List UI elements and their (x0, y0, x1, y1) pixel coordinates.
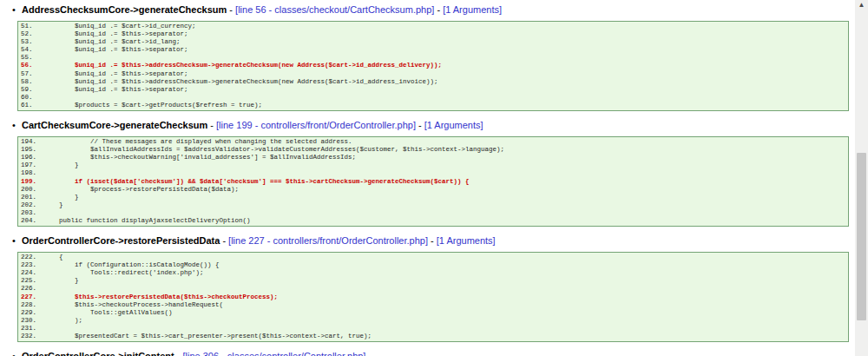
method-name: OrderControllerCore->initContent (22, 351, 174, 356)
code-text: public function displayAjaxselectDeliver… (43, 217, 251, 225)
trace-entry-header: •CartChecksumCore->generateChecksum - [l… (12, 120, 868, 131)
code-text: } (43, 277, 79, 285)
arguments-link[interactable]: [1 Arguments] (437, 235, 496, 246)
trace-entry-header: •AddressChecksumCore->generateChecksum -… (12, 4, 868, 16)
code-line: 200. $process->restorePersistedData($dat… (21, 186, 845, 194)
line-number: 222. (21, 254, 43, 261)
highlighted-code-line: 227. $this->restorePersistedData($this->… (21, 293, 845, 301)
code-text: $presentedCart = $this->cart_presenter->… (43, 333, 372, 340)
line-number: 227. (21, 293, 43, 301)
bullet-icon: • (12, 120, 22, 131)
file-line-link[interactable]: [line 306 - classes/controller/Controlle… (182, 351, 365, 356)
arguments-link[interactable]: [1 Arguments] (424, 120, 483, 130)
code-excerpt-box: 51. $uniq_id .= $cart->id_currency;52. $… (17, 21, 849, 111)
code-line: 58. $uniq_id .= $this->addressChecksum->… (21, 78, 845, 86)
line-number: 201. (21, 194, 43, 201)
line-number: 224. (21, 269, 43, 277)
code-line: 197. } (21, 162, 845, 169)
code-line: 203. (21, 209, 845, 217)
line-number: 59. (21, 86, 43, 94)
separator-dash: - (434, 4, 443, 15)
trace-entry: •CartChecksumCore->generateChecksum - [l… (12, 120, 868, 227)
bullet-icon: • (12, 351, 22, 356)
code-text: $uniq_id .= $this->separator; (43, 46, 188, 54)
code-text: if (isset($data['checksum']) && $data['c… (43, 178, 470, 186)
line-number: 229. (21, 309, 43, 317)
line-number: 195. (21, 146, 43, 154)
code-text: // These messages are displayed when cha… (43, 138, 352, 146)
code-text: $this->checkoutWarning['invalid_addresse… (43, 154, 356, 162)
line-number: 230. (21, 317, 43, 325)
line-number: 60. (21, 94, 43, 102)
line-number: 51. (21, 23, 43, 30)
code-text: $uniq_id .= $this->separator; (43, 70, 188, 78)
code-excerpt-box: 194. // These messages are displayed whe… (17, 136, 849, 227)
trace-list: •AddressChecksumCore->generateChecksum -… (0, 0, 868, 356)
code-line: 232. $presentedCart = $this->cart_presen… (21, 333, 845, 340)
highlighted-code-line: 199. if (isset($data['checksum']) && $da… (21, 178, 845, 186)
line-number: 196. (21, 154, 43, 162)
separator-dash: - (220, 235, 228, 246)
line-number: 228. (21, 301, 43, 309)
file-line-link[interactable]: [line 199 - controllers/front/OrderContr… (216, 120, 416, 130)
file-line-link[interactable]: [line 227 - controllers/front/OrderContr… (228, 235, 428, 246)
trace-entry: •OrderControllerCore->restorePersistedDa… (12, 235, 868, 342)
code-text: } (43, 162, 79, 169)
code-text: $process->restorePersistedData($data); (43, 186, 239, 194)
code-text: $uniq_id .= $cart->id_lang; (43, 38, 181, 46)
scrollbar-thumb[interactable] (857, 153, 866, 320)
code-text: $this->checkoutProcess->handleRequest( (43, 301, 223, 309)
trace-entry-header: •OrderControllerCore->restorePersistedDa… (12, 235, 868, 247)
line-number: 58. (21, 78, 43, 86)
line-number: 57. (21, 70, 43, 78)
code-line: 226. (21, 285, 845, 293)
line-number: 232. (21, 333, 43, 340)
line-number: 54. (21, 46, 43, 54)
code-text: $uniq_id .= $cart->id_currency; (43, 23, 196, 30)
code-text: $uniq_id .= $this->addressChecksum->gene… (43, 78, 438, 86)
code-line: 196. $this->checkoutWarning['invalid_add… (21, 154, 845, 162)
code-text: { (43, 254, 63, 261)
code-text: Tools::getAllValues() (43, 309, 173, 317)
code-line: 228. $this->checkoutProcess->handleReque… (21, 301, 845, 309)
line-number: 231. (21, 325, 43, 333)
code-line: 202. } (21, 201, 845, 209)
line-number: 56. (21, 62, 43, 69)
code-line: 195. $allInvalidAddressIds = $addressVal… (21, 146, 845, 154)
line-number: 61. (21, 102, 43, 109)
code-text: } (43, 201, 63, 209)
trace-entry: •OrderControllerCore->initContent - [lin… (12, 351, 868, 356)
code-text: $uniq_id .= $this->addressChecksum->gene… (43, 62, 442, 69)
separator-dash: - (416, 120, 424, 130)
code-line: 223. if (Configuration::isCatalogMode())… (21, 261, 845, 269)
code-line: 222. { (21, 254, 845, 261)
code-line: 225. } (21, 277, 845, 285)
code-text: $products = $cart->getProducts($refresh … (43, 102, 262, 109)
bullet-icon: • (12, 235, 22, 247)
line-number: 226. (21, 285, 43, 293)
bullet-icon: • (12, 4, 22, 16)
code-line: 52. $uniq_id .= $this->separator; (21, 30, 845, 38)
arguments-link[interactable]: [1 Arguments] (443, 4, 502, 15)
highlighted-code-line: 56. $uniq_id .= $this->addressChecksum->… (21, 62, 845, 69)
code-text: } (43, 194, 79, 201)
code-line: 55. (21, 54, 845, 62)
method-name: AddressChecksumCore->generateChecksum (22, 4, 227, 15)
line-number: 199. (21, 178, 43, 186)
trace-entry-header: •OrderControllerCore->initContent - [lin… (12, 351, 868, 356)
code-line: 201. } (21, 194, 845, 201)
scroll-up-arrow-icon[interactable]: ▲ (855, 0, 868, 10)
code-text: $this->restorePersistedData($this->check… (43, 293, 278, 301)
line-number: 225. (21, 277, 43, 285)
line-number: 197. (21, 162, 43, 169)
code-line: 224. Tools::redirect('index.php'); (21, 269, 845, 277)
code-text: $uniq_id .= $this->separator; (43, 86, 188, 94)
file-line-link[interactable]: [line 56 - classes/checkout/CartChecksum… (235, 4, 434, 15)
line-number: 202. (21, 201, 43, 209)
code-line: 230. ); (21, 317, 845, 325)
scrollbar-track[interactable]: ▲ (855, 0, 868, 356)
code-line: 60. (21, 94, 845, 102)
line-number: 194. (21, 138, 43, 146)
line-number: 223. (21, 261, 43, 269)
code-line: 198. (21, 169, 845, 177)
